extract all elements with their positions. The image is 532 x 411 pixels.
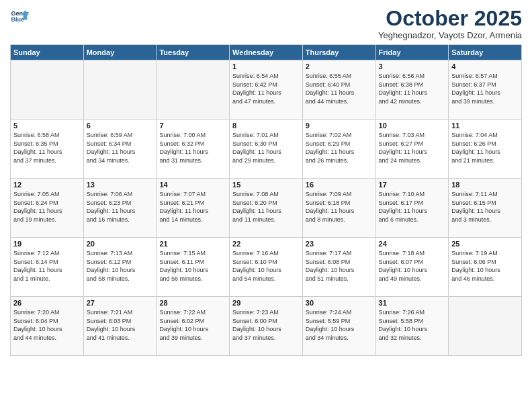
week-row-2: 5Sunrise: 6:58 AM Sunset: 6:35 PM Daylig… [11,120,522,179]
page-container: General Blue October 2025 Yeghegnadzor, … [0,0,532,411]
day-number: 18 [451,181,519,189]
day-info: Sunrise: 7:17 AM Sunset: 6:08 PM Dayligh… [306,249,373,283]
day-number: 20 [87,240,154,248]
calendar-cell: 4Sunrise: 6:57 AM Sunset: 6:37 PM Daylig… [449,60,522,120]
weekday-header-friday: Friday [375,45,449,60]
day-number: 14 [159,181,226,189]
day-number: 8 [232,122,300,130]
calendar-cell: 2Sunrise: 6:55 AM Sunset: 6:40 PM Daylig… [302,60,375,120]
logo: General Blue [10,7,29,26]
location-subtitle: Yeghegnadzor, Vayots Dzor, Armenia [378,30,522,40]
day-number: 23 [306,240,373,248]
day-number: 12 [13,181,81,189]
day-info: Sunrise: 7:22 AM Sunset: 6:02 PM Dayligh… [159,308,226,342]
day-number: 25 [451,240,519,248]
calendar-cell: 21Sunrise: 7:15 AM Sunset: 6:11 PM Dayli… [157,238,230,297]
svg-text:Blue: Blue [11,16,24,23]
calendar-cell: 30Sunrise: 7:24 AM Sunset: 5:59 PM Dayli… [302,297,375,356]
day-info: Sunrise: 7:04 AM Sunset: 6:26 PM Dayligh… [451,131,519,165]
day-info: Sunrise: 7:01 AM Sunset: 6:30 PM Dayligh… [232,131,300,165]
day-info: Sunrise: 7:11 AM Sunset: 6:15 PM Dayligh… [451,190,519,224]
day-info: Sunrise: 7:23 AM Sunset: 6:00 PM Dayligh… [232,308,300,342]
day-number: 26 [13,299,81,307]
week-row-4: 19Sunrise: 7:12 AM Sunset: 6:14 PM Dayli… [11,238,522,297]
calendar-cell: 18Sunrise: 7:11 AM Sunset: 6:15 PM Dayli… [449,179,522,238]
day-info: Sunrise: 7:16 AM Sunset: 6:10 PM Dayligh… [232,249,300,283]
calendar-cell: 8Sunrise: 7:01 AM Sunset: 6:30 PM Daylig… [230,120,303,179]
calendar-cell: 31Sunrise: 7:26 AM Sunset: 5:58 PM Dayli… [375,297,449,356]
day-info: Sunrise: 6:59 AM Sunset: 6:34 PM Dayligh… [87,131,154,165]
week-row-3: 12Sunrise: 7:05 AM Sunset: 6:24 PM Dayli… [11,179,522,238]
day-number: 9 [306,122,373,130]
title-area: October 2025 Yeghegnadzor, Vayots Dzor, … [378,7,522,40]
day-number: 2 [306,62,373,71]
day-info: Sunrise: 6:54 AM Sunset: 6:42 PM Dayligh… [232,72,300,105]
header: General Blue October 2025 Yeghegnadzor, … [10,7,522,40]
day-info: Sunrise: 7:06 AM Sunset: 6:23 PM Dayligh… [87,190,154,224]
weekday-header-saturday: Saturday [449,45,522,60]
calendar-cell: 9Sunrise: 7:02 AM Sunset: 6:29 PM Daylig… [302,120,375,179]
day-number: 10 [379,122,446,130]
calendar-cell [449,297,522,356]
calendar-cell: 11Sunrise: 7:04 AM Sunset: 6:26 PM Dayli… [449,120,522,179]
day-info: Sunrise: 7:08 AM Sunset: 6:20 PM Dayligh… [232,190,300,224]
calendar-cell: 6Sunrise: 6:59 AM Sunset: 6:34 PM Daylig… [83,120,157,179]
day-number: 22 [232,240,300,248]
day-info: Sunrise: 6:55 AM Sunset: 6:40 PM Dayligh… [306,72,373,105]
day-number: 24 [379,240,446,248]
day-number: 19 [13,240,81,248]
calendar-cell: 7Sunrise: 7:00 AM Sunset: 6:32 PM Daylig… [157,120,230,179]
calendar-cell: 28Sunrise: 7:22 AM Sunset: 6:02 PM Dayli… [157,297,230,356]
day-number: 27 [87,299,154,307]
day-number: 15 [232,181,300,189]
calendar-cell: 12Sunrise: 7:05 AM Sunset: 6:24 PM Dayli… [11,179,84,238]
week-row-5: 26Sunrise: 7:20 AM Sunset: 6:04 PM Dayli… [11,297,522,356]
logo-icon: General Blue [10,7,29,26]
weekday-header-thursday: Thursday [302,45,375,60]
calendar-cell: 22Sunrise: 7:16 AM Sunset: 6:10 PM Dayli… [230,238,303,297]
day-number: 3 [379,62,446,71]
day-info: Sunrise: 7:26 AM Sunset: 5:58 PM Dayligh… [379,308,446,342]
day-number: 5 [13,122,81,130]
day-number: 29 [232,299,300,307]
calendar-cell: 25Sunrise: 7:19 AM Sunset: 6:06 PM Dayli… [449,238,522,297]
day-number: 21 [159,240,226,248]
day-info: Sunrise: 7:20 AM Sunset: 6:04 PM Dayligh… [13,308,81,342]
calendar-table: SundayMondayTuesdayWednesdayThursdayFrid… [10,44,522,356]
weekday-header-tuesday: Tuesday [157,45,230,60]
calendar-cell [157,60,230,120]
calendar-cell: 1Sunrise: 6:54 AM Sunset: 6:42 PM Daylig… [230,60,303,120]
calendar-cell [11,60,84,120]
day-info: Sunrise: 7:02 AM Sunset: 6:29 PM Dayligh… [306,131,373,165]
day-info: Sunrise: 7:15 AM Sunset: 6:11 PM Dayligh… [159,249,226,283]
month-title: October 2025 [378,7,522,30]
day-info: Sunrise: 7:03 AM Sunset: 6:27 PM Dayligh… [379,131,446,165]
calendar-cell: 16Sunrise: 7:09 AM Sunset: 6:18 PM Dayli… [302,179,375,238]
day-number: 1 [232,62,300,71]
day-number: 6 [87,122,154,130]
calendar-cell [83,60,157,120]
day-info: Sunrise: 7:18 AM Sunset: 6:07 PM Dayligh… [379,249,446,283]
day-number: 4 [451,62,519,71]
calendar-cell: 19Sunrise: 7:12 AM Sunset: 6:14 PM Dayli… [11,238,84,297]
calendar-cell: 17Sunrise: 7:10 AM Sunset: 6:17 PM Dayli… [375,179,449,238]
day-info: Sunrise: 7:24 AM Sunset: 5:59 PM Dayligh… [306,308,373,342]
day-number: 7 [159,122,226,130]
week-row-1: 1Sunrise: 6:54 AM Sunset: 6:42 PM Daylig… [11,60,522,120]
day-info: Sunrise: 6:57 AM Sunset: 6:37 PM Dayligh… [451,72,519,105]
calendar-cell: 15Sunrise: 7:08 AM Sunset: 6:20 PM Dayli… [230,179,303,238]
calendar-cell: 29Sunrise: 7:23 AM Sunset: 6:00 PM Dayli… [230,297,303,356]
day-info: Sunrise: 7:10 AM Sunset: 6:17 PM Dayligh… [379,190,446,224]
day-number: 31 [379,299,446,307]
calendar-cell: 5Sunrise: 6:58 AM Sunset: 6:35 PM Daylig… [11,120,84,179]
day-number: 16 [306,181,373,189]
calendar-cell: 13Sunrise: 7:06 AM Sunset: 6:23 PM Dayli… [83,179,157,238]
weekday-header-wednesday: Wednesday [230,45,303,60]
day-info: Sunrise: 6:58 AM Sunset: 6:35 PM Dayligh… [13,131,81,165]
calendar-cell: 27Sunrise: 7:21 AM Sunset: 6:03 PM Dayli… [83,297,157,356]
day-number: 17 [379,181,446,189]
day-number: 28 [159,299,226,307]
day-info: Sunrise: 6:56 AM Sunset: 6:38 PM Dayligh… [379,72,446,105]
day-info: Sunrise: 7:05 AM Sunset: 6:24 PM Dayligh… [13,190,81,224]
day-info: Sunrise: 7:21 AM Sunset: 6:03 PM Dayligh… [87,308,154,342]
